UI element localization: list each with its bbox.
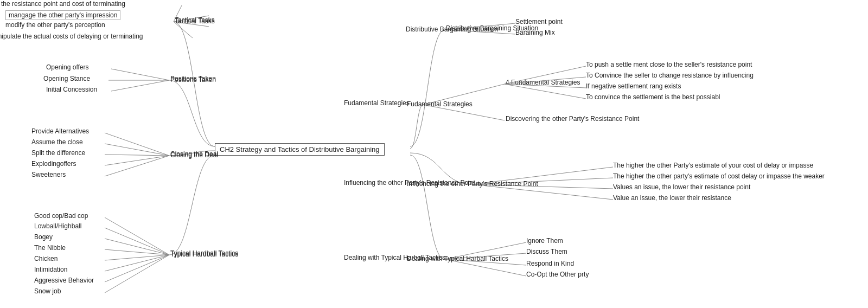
node-closing-deal: Closing the Deal <box>170 151 218 159</box>
node-tactical-tasks: Tactical Tasks <box>175 17 215 25</box>
node-typical-hardball: Typical Hardball Tactics <box>170 251 238 258</box>
node-fundamental-strategies: Fudamental Strategies <box>407 100 473 108</box>
node-influencing: Influencing the other Party's Resistance… <box>407 180 538 188</box>
node-positions-taken: Positions Taken <box>170 76 216 84</box>
node-dealing-harball: Dealing with Typical Harball Tactics <box>407 255 508 262</box>
node-distributive-situation: Distributive Bargaining Situation <box>406 25 498 33</box>
